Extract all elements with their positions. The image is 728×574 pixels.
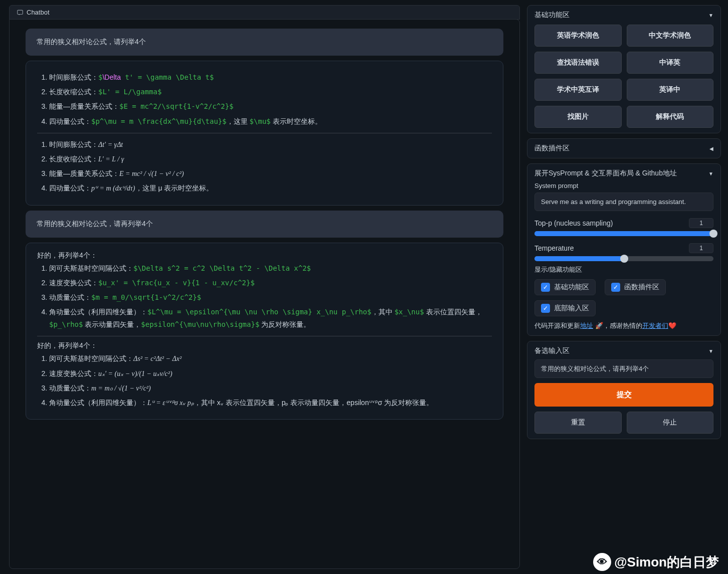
chatbot-tab[interactable]: Chatbot [9,5,520,20]
chevron-down-icon: ▼ [708,171,713,176]
topp-label: Top-p (nucleus sampling) [534,219,613,227]
source-link[interactable]: 地址 [580,322,593,329]
en-to-zh-button[interactable]: 英译中 [627,79,714,101]
zh-to-en-button[interactable]: 中译英 [627,52,714,74]
stop-button[interactable]: 停止 [627,412,714,434]
credit-text: 代码开源和更新地址 🚀，感谢热情的开发者们❤️ [534,321,713,330]
bot-message: 时间膨胀公式：$\Delta t' = \gamma \Delta t$ 长度收… [26,61,503,206]
plugins-panel-head[interactable]: 函数插件区◀ [534,144,713,153]
academic-translate-button[interactable]: 学术中英互译 [534,79,622,101]
user-message: 常用的狭义相对论公式，请列举4个 [26,29,503,56]
temperature-value[interactable]: 1 [689,243,713,253]
grammar-check-button[interactable]: 查找语法错误 [534,52,622,74]
explain-code-button[interactable]: 解释代码 [627,106,714,128]
devs-link[interactable]: 开发者们 [642,322,668,329]
find-image-button[interactable]: 找图片 [534,106,622,128]
chat-icon [17,9,24,16]
alt-input-field[interactable] [534,359,713,378]
bot-message: 好的，再列举4个： 闵可夫斯基时空间隔公式：$\Delta s^2 = c^2 … [26,243,503,420]
show-hide-label: 显示/隐藏功能区 [534,265,713,274]
alt-input-panel: 备选输入区▼ 提交 重置 停止 [527,341,721,439]
system-prompt-input[interactable] [534,193,713,211]
check-bottom-input[interactable]: ✓底部输入区 [534,300,596,316]
layout-panel-head[interactable]: 展开SysPrompt & 交互界面布局 & Github地址▼ [534,169,713,178]
submit-button[interactable]: 提交 [534,383,713,407]
layout-panel: 展开SysPrompt & 交互界面布局 & Github地址▼ System … [527,163,721,336]
chevron-left-icon: ◀ [709,146,713,151]
function-plugins-panel: 函数插件区◀ [527,138,721,158]
check-basic[interactable]: ✓基础功能区 [534,279,596,295]
alt-input-head[interactable]: 备选输入区▼ [534,346,713,355]
chinese-polish-button[interactable]: 中文学术润色 [627,25,714,47]
basic-functions-panel: 基础功能区▼ 英语学术润色 中文学术润色 查找语法错误 中译英 学术中英互译 英… [527,5,721,133]
english-polish-button[interactable]: 英语学术润色 [534,25,622,47]
user-message: 常用的狭义相对论公式，请再列举4个 [26,211,503,238]
topp-value[interactable]: 1 [689,218,713,228]
chevron-down-icon: ▼ [708,348,713,354]
basic-panel-head[interactable]: 基础功能区▼ [534,11,713,20]
svg-rect-0 [18,10,23,14]
check-plugins[interactable]: ✓函数插件区 [605,279,666,295]
temperature-slider[interactable] [534,256,713,261]
chat-area: 常用的狭义相对论公式，请列举4个 时间膨胀公式：$\Delta t' = \ga… [9,19,520,569]
chevron-down-icon: ▼ [708,13,713,18]
temperature-label: Temperature [534,244,574,252]
tab-label: Chatbot [27,9,50,16]
topp-slider[interactable] [534,231,713,236]
reset-button[interactable]: 重置 [534,412,622,434]
system-prompt-label: System prompt [534,182,713,189]
